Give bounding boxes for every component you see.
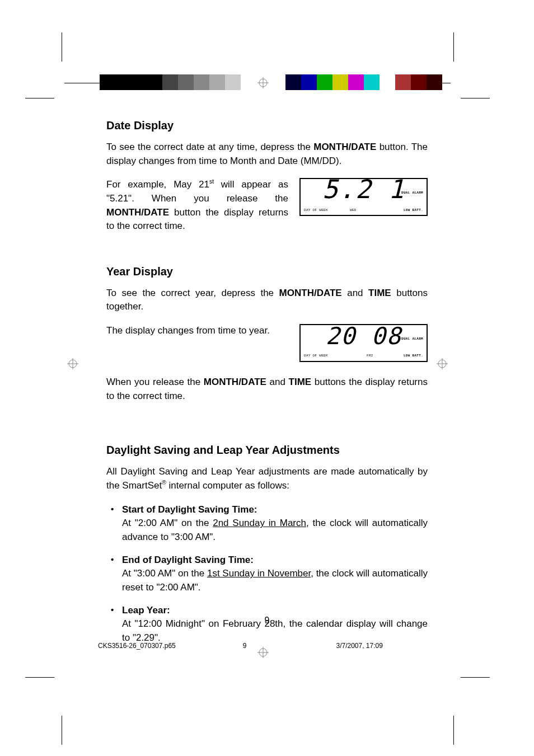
color-calibration-bar bbox=[100, 74, 256, 90]
paragraph: The display changes from time to year. bbox=[106, 324, 288, 338]
heading: Year Display bbox=[106, 264, 428, 280]
swatch bbox=[178, 74, 194, 90]
registration-mark-icon bbox=[257, 77, 269, 88]
text: and bbox=[342, 288, 368, 298]
list-item-body: At "3:00 AM" on the 1st Sunday in Novemb… bbox=[122, 567, 428, 594]
list-item-title: End of Daylight Saving Time: bbox=[122, 553, 428, 567]
superscript: ® bbox=[162, 480, 166, 486]
lcd-label-lowbatt: LOW BATT. bbox=[404, 208, 423, 213]
footer-page: 9 bbox=[243, 642, 247, 650]
swatch bbox=[427, 74, 442, 90]
text: At "3:00 AM" on the bbox=[122, 568, 207, 579]
swatch bbox=[241, 74, 256, 90]
crop-mark bbox=[62, 716, 62, 745]
svg-text:20 08: 20 08 bbox=[325, 322, 402, 350]
lcd-display-date: 5.2 1 DAY OF WEEK WED LOW BATT. DUAL ALA… bbox=[299, 178, 428, 216]
underlined-text: 1st Sunday in November bbox=[207, 568, 311, 579]
button-label-ref: MONTH/DATE bbox=[106, 207, 169, 218]
swatch bbox=[395, 74, 411, 90]
crop-mark bbox=[64, 83, 101, 83]
section-date-display: Date Display To see the correct date at … bbox=[106, 118, 428, 243]
swatch bbox=[100, 74, 115, 90]
button-label-ref: MONTH/DATE bbox=[204, 377, 266, 387]
paragraph: To see the correct date at any time, dep… bbox=[106, 140, 428, 168]
lcd-label-day: FRI bbox=[367, 354, 373, 359]
text: When you release the bbox=[106, 377, 204, 387]
heading: Date Display bbox=[106, 118, 428, 134]
paragraph: When you release the MONTH/DATE and TIME… bbox=[106, 375, 428, 403]
svg-text:5.2 1: 5.2 1 bbox=[322, 174, 405, 204]
swatch bbox=[411, 74, 427, 90]
swatch bbox=[285, 74, 301, 90]
registration-mark-icon bbox=[437, 358, 448, 369]
text: At "2:00 AM" on the bbox=[122, 518, 213, 528]
list-item: Start of Daylight Saving Time:At "2:00 A… bbox=[106, 503, 428, 544]
button-label-ref: TIME bbox=[368, 288, 391, 298]
swatch bbox=[225, 74, 241, 90]
section-year-display: Year Display To see the correct year, de… bbox=[106, 264, 428, 403]
text: For example, May 21 bbox=[106, 179, 209, 190]
lcd-label-day: WED bbox=[350, 208, 357, 213]
swatch bbox=[348, 74, 364, 90]
swatch bbox=[147, 74, 162, 90]
list-item-title: Start of Daylight Saving Time: bbox=[122, 503, 428, 517]
paragraph: To see the correct year, depress the MON… bbox=[106, 287, 428, 314]
heading: Daylight Saving and Leap Year Adjustment… bbox=[106, 442, 428, 458]
swatch bbox=[209, 74, 225, 90]
footer-filename: CKS3516-26_070307.p65 bbox=[98, 642, 176, 650]
lcd-label-dualalarm: DUAL ALARM bbox=[401, 337, 423, 341]
lcd-label-dualalarm: DUAL ALARM bbox=[401, 191, 423, 195]
page-number: 9 bbox=[0, 616, 534, 626]
crop-mark bbox=[25, 98, 54, 98]
section-dst-leap: Daylight Saving and Leap Year Adjustment… bbox=[106, 442, 428, 645]
button-label-ref: TIME bbox=[289, 377, 312, 387]
underlined-text: 2nd Sunday in March bbox=[213, 518, 306, 528]
swatch bbox=[364, 74, 380, 90]
registration-mark-icon bbox=[67, 358, 78, 369]
color-calibration-bar bbox=[285, 74, 442, 90]
swatch bbox=[317, 74, 332, 90]
paragraph: All Daylight Saving and Leap Year adjust… bbox=[106, 465, 428, 492]
page-content: Date Display To see the correct date at … bbox=[106, 118, 428, 665]
swatch bbox=[115, 74, 131, 90]
button-label-ref: MONTH/DATE bbox=[279, 288, 342, 298]
lcd-label-lowbatt: LOW BATT. bbox=[404, 354, 423, 359]
crop-mark bbox=[461, 98, 490, 98]
list-item-body: At "2:00 AM" on the 2nd Sunday in March,… bbox=[122, 516, 428, 544]
swatch bbox=[194, 74, 209, 90]
footer-datetime: 3/7/2007, 17:09 bbox=[336, 642, 382, 650]
text: To see the correct date at any time, dep… bbox=[106, 142, 313, 152]
crop-mark bbox=[453, 32, 454, 62]
swatch bbox=[301, 74, 317, 90]
list-item: End of Daylight Saving Time:At "3:00 AM"… bbox=[106, 553, 428, 595]
button-label-ref: MONTH/DATE bbox=[313, 142, 376, 152]
text: To see the correct year, depress the bbox=[106, 288, 279, 298]
text: internal computer as follows: bbox=[166, 480, 289, 491]
crop-mark bbox=[461, 677, 490, 678]
swatch bbox=[380, 74, 395, 90]
lcd-label-dayofweek: DAY OF WEEK bbox=[304, 354, 328, 359]
swatch bbox=[162, 74, 178, 90]
swatch bbox=[332, 74, 348, 90]
crop-mark bbox=[25, 677, 54, 678]
paragraph: For example, May 21st will appear as "5.… bbox=[106, 178, 288, 233]
text: and bbox=[266, 377, 289, 387]
swatch bbox=[131, 74, 147, 90]
print-footer: CKS3516-26_070307.p65 9 3/7/2007, 17:09 bbox=[98, 642, 383, 650]
crop-mark bbox=[453, 716, 454, 745]
superscript: st bbox=[209, 179, 214, 185]
lcd-display-year: 20 08 DAY OF WEEK FRI LOW BATT. DUAL ALA… bbox=[299, 324, 428, 362]
lcd-label-dayofweek: DAY OF WEEK bbox=[304, 208, 328, 213]
crop-mark bbox=[62, 32, 62, 62]
